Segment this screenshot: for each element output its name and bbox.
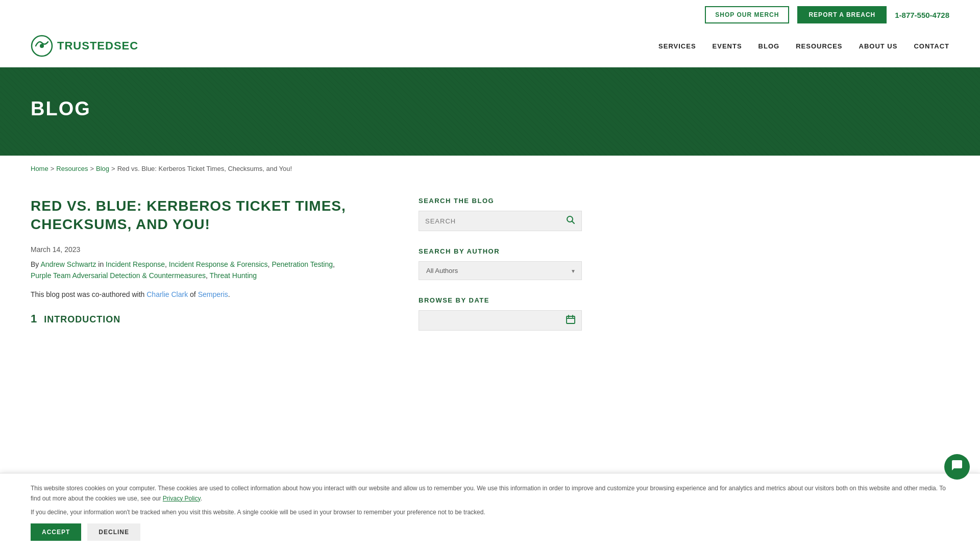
report-breach-button[interactable]: REPORT A BREACH bbox=[797, 6, 887, 23]
phone-link[interactable]: 1-877-550-4728 bbox=[895, 11, 949, 19]
hero-banner: BLOG bbox=[0, 67, 980, 156]
breadcrumb-home[interactable]: Home bbox=[31, 165, 48, 172]
svg-line-3 bbox=[572, 221, 575, 224]
coauthor-org-link[interactable]: Semperis bbox=[198, 290, 228, 298]
svg-point-1 bbox=[40, 44, 44, 48]
category-purple-team[interactable]: Purple Team Adversarial Detection & Coun… bbox=[31, 271, 206, 280]
nav-blog[interactable]: BLOG bbox=[758, 42, 780, 50]
article-main: RED VS. BLUE: KERBEROS TICKET TIMES, CHE… bbox=[31, 197, 398, 347]
breadcrumb-blog[interactable]: Blog bbox=[96, 165, 109, 172]
date-input[interactable] bbox=[425, 317, 566, 324]
logo[interactable]: TrustedSec bbox=[31, 35, 138, 57]
breadcrumb-resources[interactable]: Resources bbox=[56, 165, 88, 172]
nav-services[interactable]: SERVICES bbox=[658, 42, 696, 50]
nav-about[interactable]: ABOUT US bbox=[859, 42, 898, 50]
sidebar: SEARCH THE BLOG SEARCH BY AUTHOR All Aut… bbox=[419, 197, 582, 347]
section-introduction: 1 INTRODUCTION bbox=[31, 312, 398, 325]
author-link[interactable]: Andrew Schwartz bbox=[40, 260, 96, 268]
author-heading: SEARCH BY AUTHOR bbox=[419, 247, 582, 255]
article-byline: By Andrew Schwartz in Incident Response,… bbox=[31, 259, 398, 282]
section-title: INTRODUCTION bbox=[44, 314, 120, 325]
site-header: TrustedSec SERVICES EVENTS BLOG RESOURCE… bbox=[0, 30, 980, 67]
nav-resources[interactable]: RESOURCES bbox=[796, 42, 842, 50]
nav-events[interactable]: EVENTS bbox=[713, 42, 742, 50]
search-wrapper bbox=[419, 211, 582, 231]
author-select-wrapper: All Authors bbox=[419, 261, 582, 280]
date-input-wrapper bbox=[419, 310, 582, 331]
svg-rect-4 bbox=[567, 316, 575, 323]
sidebar-date-section: BROWSE BY DATE bbox=[419, 296, 582, 331]
search-icon bbox=[566, 215, 575, 227]
search-heading: SEARCH THE BLOG bbox=[419, 197, 582, 205]
category-threat-hunting[interactable]: Threat Hunting bbox=[209, 271, 257, 280]
top-bar: SHOP OUR MERCH REPORT A BREACH 1-877-550… bbox=[0, 0, 980, 30]
sidebar-author-section: SEARCH BY AUTHOR All Authors bbox=[419, 247, 582, 280]
article-date: March 14, 2023 bbox=[31, 245, 398, 254]
article-title: RED VS. BLUE: KERBEROS TICKET TIMES, CHE… bbox=[31, 197, 398, 234]
sidebar-search-section: SEARCH THE BLOG bbox=[419, 197, 582, 231]
main-navigation: SERVICES EVENTS BLOG RESOURCES ABOUT US … bbox=[658, 42, 949, 50]
shop-merch-button[interactable]: SHOP OUR MERCH bbox=[705, 6, 789, 23]
logo-icon bbox=[31, 35, 53, 57]
search-input[interactable] bbox=[425, 217, 562, 225]
category-pentest[interactable]: Penetration Testing bbox=[272, 260, 333, 268]
date-heading: BROWSE BY DATE bbox=[419, 296, 582, 304]
coauthor-link[interactable]: Charlie Clark bbox=[146, 290, 188, 298]
breadcrumb-current: Red vs. Blue: Kerberos Ticket Times, Che… bbox=[117, 165, 292, 172]
logo-text: TrustedSec bbox=[57, 39, 138, 53]
page-title: BLOG bbox=[31, 98, 949, 120]
nav-contact[interactable]: CONTACT bbox=[914, 42, 949, 50]
breadcrumb: Home > Resources > Blog > Red vs. Blue: … bbox=[0, 156, 980, 182]
category-incident-response[interactable]: Incident Response bbox=[106, 260, 165, 268]
article-coauthor: This blog post was co-authored with Char… bbox=[31, 289, 398, 300]
category-ir-forensics[interactable]: Incident Response & Forensics bbox=[169, 260, 268, 268]
author-select[interactable]: All Authors bbox=[419, 261, 582, 280]
section-number: 1 bbox=[31, 312, 37, 325]
calendar-icon[interactable] bbox=[566, 315, 575, 326]
content-area: RED VS. BLUE: KERBEROS TICKET TIMES, CHE… bbox=[0, 182, 612, 378]
